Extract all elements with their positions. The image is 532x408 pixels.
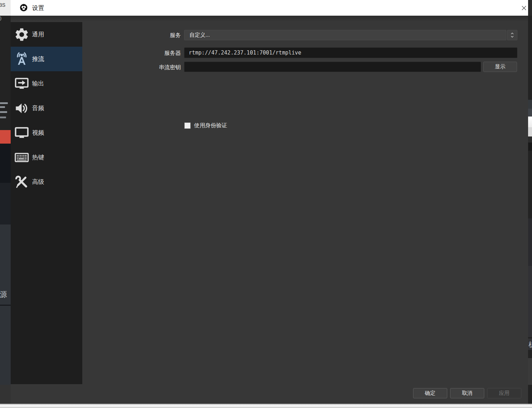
- audio-icon: [14, 100, 30, 116]
- background-panel: [528, 143, 532, 151]
- sidebar-item-label: 音频: [32, 104, 44, 112]
- sidebar-item-hotkeys[interactable]: 热键: [11, 145, 82, 170]
- use-auth-label: 使用身份验证: [194, 122, 227, 129]
- server-input[interactable]: [184, 47, 517, 58]
- background-panel: [528, 100, 532, 109]
- close-icon[interactable]: [516, 0, 532, 16]
- sidebar-item-video[interactable]: 视频: [11, 120, 82, 145]
- sidebar-item-general[interactable]: 通用: [11, 22, 82, 47]
- background-light-block: [528, 117, 532, 127]
- use-auth-checkbox[interactable]: [184, 123, 191, 129]
- service-dropdown-spinner[interactable]: [507, 30, 517, 40]
- background-window-right-edge: 机: [528, 0, 532, 408]
- service-dropdown[interactable]: 自定义...: [184, 30, 506, 40]
- background-panel: [0, 183, 11, 224]
- background-char-fragment: 源: [0, 290, 11, 300]
- tools-icon: [14, 174, 30, 190]
- use-auth-checkbox-row[interactable]: 使用身份验证: [184, 122, 227, 129]
- sidebar-item-label: 通用: [32, 30, 44, 38]
- stream-key-label: 串流密钥: [118, 64, 181, 71]
- screen: { "window": { "title": "设置" }, "backgrou…: [0, 0, 532, 408]
- ok-button[interactable]: 确定: [413, 388, 447, 398]
- background-text-mark: [0, 102, 8, 104]
- broadcast-icon: [14, 51, 30, 67]
- sidebar-item-label: 输出: [32, 79, 44, 88]
- background-char-fragment: 机: [528, 339, 532, 350]
- server-label: 服务器: [118, 50, 181, 57]
- gear-icon: [14, 27, 30, 42]
- stream-key-input[interactable]: [184, 62, 481, 72]
- background-title-fragment: 3S: [0, 0, 11, 16]
- background-panel: [528, 358, 532, 385]
- sidebar-item-label: 推流: [32, 55, 44, 63]
- background-text-fragment: ): [0, 16, 11, 23]
- background-text-mark: [0, 111, 7, 113]
- background-panel: [0, 144, 11, 183]
- background-text-mark: [0, 117, 6, 118]
- service-label: 服务: [118, 32, 181, 39]
- background-panel: [528, 218, 532, 266]
- settings-sidebar: 通用 推流: [11, 22, 82, 384]
- sidebar-item-audio[interactable]: 音频: [11, 96, 82, 120]
- sidebar-item-label: 视频: [32, 129, 44, 137]
- background-divider: [0, 305, 11, 306]
- apply-button[interactable]: 应用: [487, 388, 521, 398]
- show-key-button[interactable]: 显示: [483, 62, 517, 72]
- chevron-up-down-icon: [510, 32, 514, 38]
- sidebar-item-label: 高级: [32, 178, 44, 186]
- background-text-mark: [0, 106, 5, 108]
- background-red-block: [0, 130, 11, 144]
- dialog-title: 设置: [32, 4, 44, 12]
- sidebar-item-stream[interactable]: 推流: [11, 47, 82, 71]
- background-panel: [528, 109, 532, 117]
- obs-logo-icon: [20, 4, 28, 12]
- keyboard-icon: [14, 150, 30, 165]
- settings-dialog: 通用 推流: [11, 16, 528, 404]
- titlebar-shadow: [11, 16, 528, 21]
- background-panel: [528, 266, 532, 337]
- sidebar-item-output[interactable]: 输出: [11, 71, 82, 96]
- background-window-bottom-edge: [0, 404, 532, 408]
- output-icon: [14, 76, 30, 92]
- service-value: 自定义...: [189, 32, 210, 38]
- background-panel: [528, 136, 532, 143]
- sidebar-item-advanced[interactable]: 高级: [11, 170, 82, 194]
- cancel-button[interactable]: 取消: [450, 388, 484, 398]
- background-window-left-edge: 3S ) 源: [0, 0, 11, 408]
- sidebar-item-label: 热键: [32, 153, 44, 161]
- video-icon: [14, 125, 30, 141]
- dialog-titlebar[interactable]: 设置: [11, 0, 528, 16]
- background-light-block: [528, 127, 532, 136]
